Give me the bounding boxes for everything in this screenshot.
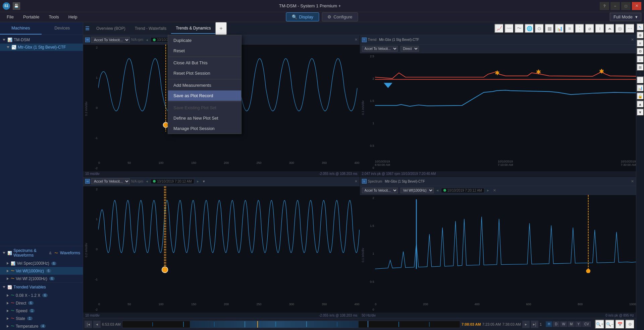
tab-trend-waterfalls[interactable]: Trend - Waterfalls <box>130 23 171 34</box>
tab-trends-dynamics[interactable]: Trends & Dynamics <box>171 23 215 34</box>
measurement-select-br[interactable]: Accel To Velocit... <box>362 188 398 193</box>
toolbar-circle-btn[interactable]: ⊙ <box>535 24 544 33</box>
ctx-save-plot-record[interactable]: Save as Plot Record <box>168 90 241 101</box>
dropdown-ts-bl[interactable]: ▾ <box>203 179 205 184</box>
toolbar-polar-btn[interactable]: ◎ <box>615 24 625 33</box>
right-icon-fit[interactable]: ⊞ <box>637 64 644 71</box>
tree-item-tm-dsm[interactable]: 📊 TM-DSM <box>0 36 83 44</box>
period-d[interactable]: D <box>553 321 559 327</box>
timeline-track[interactable] <box>122 321 460 328</box>
timeline-right-time: 7:23:05 AM <box>482 322 501 326</box>
tree-item-vel-wf[interactable]: 〜 Vel Wf(1000Hz) 6 <box>0 267 83 275</box>
ts-nav-left-bl[interactable]: ◂ <box>145 179 149 184</box>
display-button[interactable]: 🔍 Display <box>286 12 319 21</box>
timeline-first-btn[interactable]: |◂ <box>85 321 92 328</box>
ctx-reset[interactable]: Reset <box>168 46 241 56</box>
right-icon-lock[interactable]: 🔒 <box>637 92 644 100</box>
trended-section-header[interactable]: 📈 Trended Variables <box>0 282 83 291</box>
calendar-btn[interactable]: 📅 <box>615 320 625 329</box>
add-tab-button[interactable]: + <box>215 22 226 35</box>
008x-icon: 〜 <box>11 293 14 298</box>
measurement-select-bl[interactable]: Accel To Velocit... <box>91 178 130 184</box>
right-icon-more[interactable]: ⋮ <box>637 76 644 84</box>
menu-file[interactable]: File <box>3 13 18 21</box>
tree-item-vel-spec[interactable]: 📊 Vel Spec(1000Hz) 6 <box>0 260 83 267</box>
tree-item-direct[interactable]: 〜 Direct 6 <box>0 299 83 307</box>
toolbar-cascade-btn[interactable]: ⏶ <box>605 24 614 33</box>
panel-close-tr[interactable]: ✕ <box>631 38 634 42</box>
period-y[interactable]: Y <box>575 321 582 327</box>
sidebar-tab-devices[interactable]: Devices <box>42 22 83 35</box>
settings-timeline-btn[interactable]: ⚙ <box>625 320 635 329</box>
right-icon-map[interactable]: ⊕ <box>637 31 644 39</box>
ctx-add-measurements[interactable]: Add Measurements <box>168 80 241 90</box>
right-icon-chart[interactable]: 📊 <box>637 84 644 92</box>
menu-help[interactable]: Help <box>64 13 82 21</box>
right-icon-down[interactable]: ▼ <box>637 109 644 116</box>
toolbar-scatter-btn[interactable]: ⁚ <box>575 24 584 33</box>
configure-button[interactable]: ⚙ Configure <box>322 12 358 21</box>
close-panel-br[interactable]: ✕ <box>631 179 634 184</box>
save-btn[interactable]: 💾 <box>13 2 20 10</box>
close-panel-tl[interactable]: ✕ <box>355 38 358 42</box>
spectrums-section-header[interactable]: 📊 Spectrums & Waveforms & 〜 Waveforms <box>0 246 83 260</box>
ts-dot-tl <box>153 39 156 41</box>
toolbar-more-btn[interactable]: ⋯ <box>625 24 635 33</box>
menu-tools[interactable]: Tools <box>45 13 63 21</box>
right-icon-cursor[interactable]: ↖ <box>637 23 644 31</box>
timeline-next-btn[interactable]: ▸ <box>522 321 530 328</box>
toolbar-line-chart-btn[interactable]: 📈 <box>494 24 504 33</box>
channel-select-br[interactable]: Vel Wf(1000Hz) <box>400 188 434 193</box>
toolbar-bar-btn[interactable]: ▦ <box>545 24 554 33</box>
tree-item-vel-wf2[interactable]: 〜 Vel Wf 2(1000Hz) 6 <box>0 275 83 282</box>
right-icon-layers[interactable]: ≡ <box>637 40 644 47</box>
measurement-select-tr[interactable]: Accel To Velocit... <box>362 46 398 52</box>
close-btn-br[interactable]: ✕ <box>493 188 496 193</box>
close-btn[interactable]: ✕ <box>632 2 641 10</box>
channel-select-tr[interactable]: Direct <box>400 46 419 52</box>
period-m[interactable]: M <box>568 321 575 327</box>
right-icon-up[interactable]: ▲ <box>637 101 644 108</box>
tree-item-008x[interactable]: 〜 0.08 X - 1.2 X 6 <box>0 291 83 299</box>
ts-nav-right-bl[interactable]: ▸ <box>196 179 200 184</box>
minimize-btn[interactable]: − <box>610 2 620 10</box>
right-icon-settings[interactable]: ⚙ <box>637 48 644 55</box>
tree-item-temperature[interactable]: 〜 Temperature 4 <box>0 322 83 330</box>
period-cv[interactable]: CV <box>582 321 591 327</box>
maximize-btn[interactable]: □ <box>621 2 631 10</box>
toolbar-stack-btn[interactable]: ≡ <box>565 24 574 33</box>
close-panel-bl[interactable]: ✕ <box>355 179 358 184</box>
ctx-close-all-but-this[interactable]: Close All But This <box>168 58 241 68</box>
sidebar-tab-machines[interactable]: Machines <box>0 22 42 35</box>
ts-nav-left-tl[interactable]: ◂ <box>145 38 149 42</box>
tree-item-speed[interactable]: 〜 Speed 1 <box>0 307 83 315</box>
measurement-select-tl[interactable]: Accel To Velocit... <box>91 37 130 43</box>
tree-item-state[interactable]: 〜 State 1 <box>0 315 83 322</box>
toolbar-hist-btn[interactable]: 📊 <box>555 24 564 33</box>
mode-dropdown[interactable]: Full Mode ▾ <box>610 13 641 21</box>
ctx-duplicate[interactable]: Duplicate <box>168 35 241 46</box>
help-btn[interactable]: ? <box>600 2 609 10</box>
menu-portable[interactable]: Portable <box>19 13 43 21</box>
period-w[interactable]: W <box>560 321 567 327</box>
toolbar-wave2-btn[interactable]: ≀ <box>595 24 604 33</box>
ts-nav-left-br[interactable]: ◂ <box>435 188 440 193</box>
right-icon-zoom[interactable]: ⌕ <box>637 56 644 63</box>
x-axis-bl: 050100150200250300350400 <box>98 303 360 307</box>
tab-overview[interactable]: Overview (BOP) <box>92 23 130 34</box>
toolbar-spectrum-btn[interactable]: 〜 <box>515 24 524 33</box>
timeline-prev-btn[interactable]: ◂ <box>93 321 101 328</box>
ctx-manage-plot-session[interactable]: Manage Plot Session <box>168 123 241 134</box>
zoom-in-btn[interactable]: 🔍+ <box>595 320 604 329</box>
plots-menu-btn[interactable]: ☰ <box>83 24 92 33</box>
toolbar-globe-btn[interactable]: 🌐 <box>525 24 534 33</box>
timeline-last-btn[interactable]: ▸| <box>531 321 538 328</box>
ctx-reset-plot-session[interactable]: Reset Plot Session <box>168 68 241 78</box>
tree-item-machine[interactable]: 📉 Mtr-Gbx (1 Stg Bevel)-CTF <box>0 44 83 51</box>
ts-nav-right-br[interactable]: ▸ <box>486 188 490 193</box>
toolbar-wave-btn[interactable]: 〰 <box>504 24 514 33</box>
toolbar-phase-btn[interactable]: ⌀ <box>585 24 594 33</box>
zoom-out-btn[interactable]: 🔍− <box>605 320 614 329</box>
period-h[interactable]: H <box>546 321 552 327</box>
ctx-define-new-plot-set[interactable]: Define as New Plot Set <box>168 113 241 123</box>
